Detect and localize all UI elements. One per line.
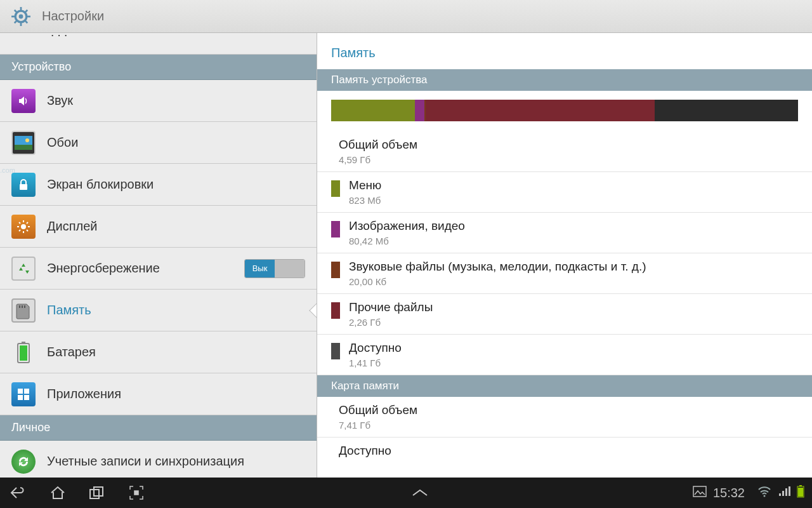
- row-value: 4,59 Гб: [339, 154, 798, 165]
- bar-segment-other: [426, 100, 655, 121]
- row-media[interactable]: Изображения, видео 80,42 Мб: [317, 213, 812, 253]
- svg-line-22: [19, 230, 20, 231]
- svg-line-9: [15, 20, 17, 23]
- svg-rect-23: [19, 305, 20, 308]
- watermark: .com: [0, 166, 15, 174]
- selection-arrow-icon: [309, 302, 317, 318]
- svg-line-19: [19, 222, 20, 224]
- sidebar-item-label: Дисплей: [47, 219, 305, 234]
- bar-segment-media: [415, 100, 424, 121]
- sidebar-item-label: Учетные записи и синхронизация: [47, 454, 305, 469]
- svg-rect-40: [798, 488, 803, 497]
- home-button[interactable]: [47, 482, 69, 504]
- row-label: Изображения, видео: [349, 219, 798, 233]
- svg-line-6: [15, 10, 17, 12]
- titlebar: Настройки: [0, 0, 812, 33]
- toggle-state-label: Вык: [245, 260, 275, 277]
- color-swatch: [331, 302, 340, 319]
- svg-rect-31: [18, 395, 23, 400]
- row-other[interactable]: Прочие файлы 2,26 Гб: [317, 294, 812, 335]
- svg-rect-25: [24, 305, 25, 308]
- back-button[interactable]: [8, 482, 29, 504]
- row-label: Доступно: [339, 444, 798, 458]
- svg-rect-13: [20, 184, 27, 190]
- wallpaper-icon: [11, 131, 36, 155]
- screenshot-button[interactable]: [126, 482, 147, 504]
- row-value: 80,42 Мб: [349, 236, 798, 246]
- svg-point-1: [19, 14, 23, 18]
- row-menu[interactable]: Меню 823 Мб: [317, 172, 812, 213]
- expand-arrow-button[interactable]: [409, 482, 431, 504]
- svg-rect-35: [134, 491, 138, 495]
- storage-usage-bar[interactable]: [331, 100, 798, 121]
- svg-line-8: [25, 10, 27, 12]
- battery-status-icon: [797, 485, 804, 500]
- sdcard-icon: [11, 298, 36, 323]
- sidebar-item-label: Обои: [47, 135, 305, 150]
- sidebar-section-personal: Личное: [0, 415, 317, 441]
- row-value: 2,26 Гб: [349, 317, 798, 328]
- sidebar-item-memory[interactable]: Память: [0, 290, 317, 331]
- sidebar-item-powersaving[interactable]: Энергосбережение Вык: [0, 248, 317, 290]
- sidebar-item-accounts-sync[interactable]: Учетные записи и синхронизация: [0, 441, 317, 478]
- recent-apps-button[interactable]: [86, 482, 108, 504]
- sidebar-item-truncated[interactable]: · · ·: [0, 33, 317, 55]
- svg-rect-28: [20, 345, 27, 361]
- settings-sidebar: .com · · · Устройство Звук Обои Экран бл…: [0, 33, 317, 478]
- wifi-icon: [757, 486, 771, 500]
- lock-icon: [11, 173, 36, 197]
- system-navbar: 15:32: [0, 478, 812, 508]
- row-available[interactable]: Доступно 1,41 Гб: [317, 335, 812, 375]
- row-label: Прочие файлы: [349, 300, 798, 314]
- image-icon: [693, 486, 707, 500]
- svg-rect-30: [24, 389, 29, 394]
- sidebar-item-label: Экран блокировки: [47, 177, 305, 192]
- row-value: 20,00 Кб: [349, 276, 798, 287]
- color-swatch: [331, 343, 340, 359]
- signal-icon: [778, 486, 790, 500]
- brightness-icon: [11, 215, 36, 239]
- section-device-memory: Память устройства: [317, 69, 812, 91]
- row-value: 823 Мб: [349, 195, 798, 206]
- row-value: 7,41 Гб: [339, 420, 798, 431]
- svg-rect-11: [15, 145, 32, 150]
- pane-title: Память: [317, 39, 812, 69]
- sidebar-item-apps[interactable]: Приложения: [0, 373, 317, 415]
- row-label: Меню: [349, 178, 798, 192]
- row-value: 1,41 Гб: [349, 358, 798, 368]
- sidebar-item-label: Приложения: [47, 387, 305, 401]
- svg-rect-32: [24, 395, 29, 400]
- sidebar-item-display[interactable]: Дисплей: [0, 206, 317, 248]
- sidebar-item-battery[interactable]: Батарея: [0, 331, 317, 373]
- battery-icon: [11, 340, 36, 364]
- svg-line-20: [27, 230, 28, 231]
- sync-icon: [11, 450, 36, 474]
- color-swatch: [331, 180, 340, 197]
- section-sd-card: Карта памяти: [317, 375, 812, 397]
- settings-gear-icon: [10, 6, 32, 27]
- bar-segment-menu: [331, 100, 415, 121]
- sidebar-section-device: Устройство: [0, 55, 317, 80]
- svg-rect-10: [15, 136, 32, 145]
- row-sd-total[interactable]: Общий объем 7,41 Гб: [317, 397, 812, 438]
- sidebar-item-lockscreen[interactable]: Экран блокировки: [0, 164, 317, 206]
- row-label: Звуковые файлы (музыка, мелодии, подкаст…: [349, 260, 798, 274]
- row-label: Доступно: [349, 341, 798, 355]
- sidebar-item-label: Звук: [47, 93, 305, 108]
- svg-point-14: [21, 224, 26, 229]
- color-swatch: [331, 221, 340, 237]
- svg-rect-29: [18, 389, 23, 394]
- svg-line-7: [25, 20, 27, 23]
- sidebar-item-sound[interactable]: Звук: [0, 80, 317, 122]
- row-total[interactable]: Общий объем 4,59 Гб: [317, 131, 812, 172]
- row-audio[interactable]: Звуковые файлы (музыка, мелодии, подкаст…: [317, 253, 812, 294]
- row-sd-available[interactable]: Доступно: [317, 438, 812, 464]
- detail-pane: Память Память устройства Общий объем 4,5…: [317, 33, 812, 478]
- sidebar-item-wallpaper[interactable]: Обои: [0, 122, 317, 164]
- powersaving-toggle[interactable]: Вык: [244, 259, 305, 278]
- color-swatch: [331, 262, 340, 278]
- speaker-icon: [11, 89, 36, 113]
- row-label: Общий объем: [339, 403, 798, 417]
- svg-line-21: [27, 222, 28, 224]
- clock[interactable]: 15:32: [713, 486, 745, 500]
